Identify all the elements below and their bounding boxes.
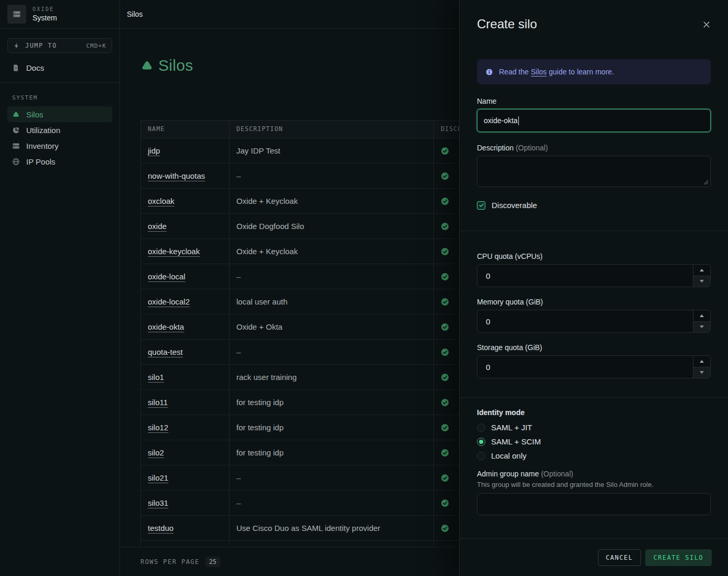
create-silo-panel: Create silo Read the Silos guide to lear… (459, 0, 728, 576)
pie-icon (12, 126, 20, 134)
checkbox-box (477, 201, 485, 210)
org-picker[interactable]: OXIDE System (0, 0, 119, 29)
cancel-button[interactable]: CANCEL (598, 549, 641, 566)
name-label: Name (477, 97, 711, 105)
sidebar-item-label: IP Pools (26, 157, 56, 166)
description-textarea[interactable] (477, 156, 711, 187)
docs-label: Docs (26, 63, 44, 72)
admin-group-help: This group will be created and granted t… (477, 481, 711, 488)
silo-name-link[interactable]: silo21 (148, 473, 168, 482)
silo-description: for testing idp (236, 423, 284, 432)
discoverable-check-icon (441, 348, 449, 356)
silo-name-link[interactable]: testduo (148, 524, 173, 532)
silo-name-link[interactable]: quota-test (148, 347, 183, 356)
quota-label: Memory quota (GiB) (477, 298, 711, 306)
radio-saml-scim[interactable]: SAML + SCIM (477, 434, 711, 449)
silo-description: for testing idp (236, 448, 284, 457)
sidebar-item-label: Inventory (26, 142, 59, 150)
logo-title: System (32, 14, 57, 22)
silo-name-link[interactable]: oxide-local2 (148, 297, 190, 306)
storage-quota-input[interactable]: 0 (477, 355, 711, 378)
decrement-button[interactable] (693, 321, 710, 333)
logo-kicker: OXIDE (32, 6, 57, 12)
silo-name-link[interactable]: silo11 (148, 398, 168, 407)
silo-name-link[interactable]: silo2 (148, 448, 164, 457)
silo-description: – (236, 171, 241, 180)
increment-button[interactable] (693, 265, 710, 276)
silo-name-link[interactable]: oxide (148, 222, 167, 231)
globe-icon (12, 158, 20, 166)
discoverable-check-icon (441, 373, 449, 382)
decrement-button[interactable] (693, 367, 710, 378)
quota-label: Storage quota (GiB) (477, 343, 711, 352)
discoverable-check-icon (441, 423, 449, 432)
rows-per-page-value[interactable]: 25 (205, 557, 220, 567)
silo-name-link[interactable]: silo31 (148, 498, 168, 507)
radio-circle (477, 423, 485, 432)
page-title-text: Silos (158, 57, 193, 74)
document-icon (12, 64, 20, 72)
silo-description: local user auth (236, 297, 288, 306)
panel-title: Create silo (477, 16, 537, 32)
silo-name-link[interactable]: silo12 (148, 423, 168, 432)
memory-quota-input[interactable]: 0 (477, 310, 711, 333)
sidebar-item-inventory[interactable]: Inventory (7, 138, 112, 154)
discoverable-check-icon (441, 524, 449, 532)
sidebar-item-utilization[interactable]: Utilization (7, 122, 112, 138)
caret-down-icon (700, 325, 704, 328)
silo-name-link[interactable]: jidp (148, 146, 160, 155)
section-divider (460, 397, 728, 398)
discoverable-check-icon (441, 273, 449, 281)
jump-to-label: JUMP TO (25, 42, 57, 49)
radio-saml-jit[interactable]: SAML + JIT (477, 420, 711, 434)
radio-label: SAML + JIT (491, 423, 532, 432)
caret-down-icon (700, 280, 704, 282)
silo-name-link[interactable]: oxcloak (148, 197, 175, 205)
jump-to-button[interactable]: JUMP TO CMD+K (7, 38, 112, 53)
info-icon (485, 68, 493, 76)
silo-name-link[interactable]: oxide-local (148, 272, 186, 281)
silo-name-link[interactable]: now-with-quotas (148, 171, 205, 180)
increment-button[interactable] (693, 356, 710, 367)
cpu-quota-input[interactable]: 0 (477, 264, 711, 287)
jump-to-shortcut: CMD+K (86, 42, 106, 49)
discoverable-check-icon (441, 197, 449, 205)
memory-quota-field: Memory quota (GiB)0 (477, 298, 711, 333)
resize-handle-icon[interactable] (703, 180, 709, 185)
panel-footer: CANCEL CREATE SILO (460, 538, 728, 576)
discoverable-check-icon (441, 449, 449, 457)
sidebar-item-label: Silos (26, 110, 44, 119)
sidebar-item-docs[interactable]: Docs (7, 60, 112, 75)
silo-description: Use Cisco Duo as SAML identity provider (236, 524, 381, 532)
close-icon[interactable] (702, 20, 711, 30)
rows-per-page-label: ROWS PER PAGE (140, 558, 200, 566)
radio-circle (477, 452, 485, 460)
discoverable-check-icon (441, 247, 449, 256)
radio-local-only[interactable]: Local only (477, 449, 711, 463)
radio-label: SAML + SCIM (491, 437, 541, 446)
cloud-icon (12, 111, 20, 118)
identity-mode-label: Identity mode (477, 408, 711, 417)
name-input[interactable]: oxide-okta (477, 109, 711, 132)
info-banner: Read the Silos guide to learn more. (477, 59, 711, 84)
silo-description: for testing idp (236, 398, 284, 407)
silo-name-link[interactable]: oxide-keycloak (148, 247, 200, 256)
silos-guide-link[interactable]: Silos (531, 68, 547, 76)
increment-button[interactable] (693, 310, 710, 321)
sidebar-item-silos[interactable]: Silos (7, 106, 112, 122)
discoverable-check-icon (441, 147, 449, 155)
discoverable-checkbox[interactable]: Discoverable (477, 201, 711, 210)
silo-description: rack user training (236, 373, 297, 382)
column-header-description: DESCRIPTION (230, 121, 434, 138)
text-caret (518, 116, 519, 125)
create-silo-button[interactable]: CREATE SILO (645, 549, 712, 566)
sidebar-item-ip-pools[interactable]: IP Pools (7, 154, 112, 169)
silo-name-link[interactable]: oxide-okta (148, 322, 184, 331)
discoverable-check-icon (441, 298, 449, 306)
admin-group-input[interactable] (477, 493, 711, 515)
rack-icon (12, 142, 20, 150)
silo-name-link[interactable]: silo1 (148, 373, 164, 382)
radio-circle (477, 438, 485, 446)
decrement-button[interactable] (693, 276, 710, 287)
silo-description: – (236, 473, 241, 482)
